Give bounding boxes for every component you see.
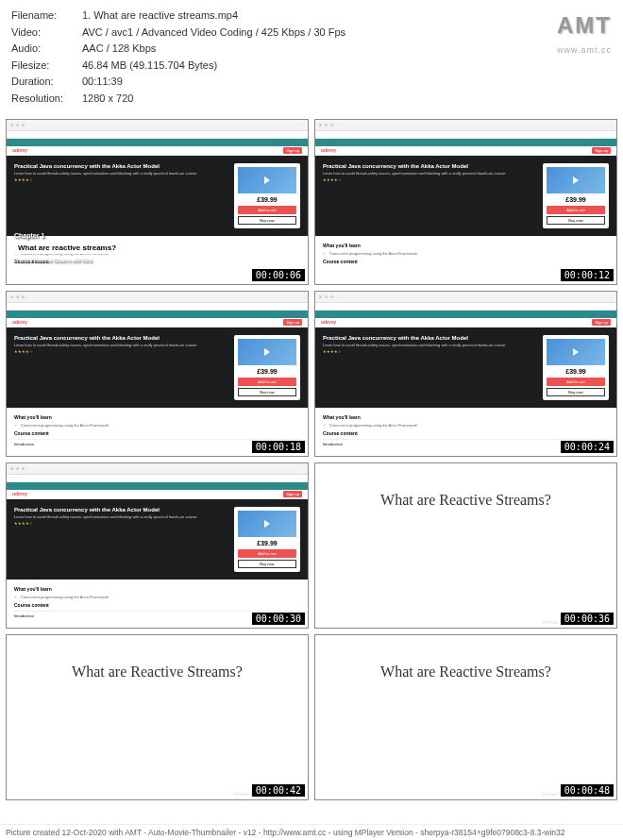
overlay-subtitle: Practical Reactive Streams with Akka: [14, 258, 93, 263]
preview-image: [238, 167, 296, 193]
label-audio: Audio:: [11, 41, 82, 58]
timestamp: 00:00:12: [561, 269, 614, 281]
url-bar: [7, 131, 308, 139]
amt-logo: AMT www.amt.cc: [557, 8, 612, 58]
timestamp: 00:00:30: [252, 613, 305, 625]
value-audio: AAC / 128 Kbps: [82, 41, 612, 58]
course-subtitle: Learn how to avoid thread-safety issues,…: [14, 171, 227, 176]
slide-title: What are Reactive Streams?: [380, 492, 551, 509]
thumbnail-4: udemySign up Practical Java concurrency …: [314, 291, 617, 457]
purchase-card: £39.99 Add to cart Buy now: [234, 163, 300, 228]
value-video: AVC / avc1 / Advanced Video Coding / 425…: [82, 25, 612, 42]
label-duration: Duration:: [11, 74, 82, 91]
timestamp: 00:00:24: [561, 441, 614, 453]
metadata-header: AMT www.amt.cc Filename:1. What are reac…: [0, 0, 623, 115]
thumbnail-grid: udemySign up Practical Java concurrency …: [0, 115, 623, 804]
value-resolution: 1280 x 720: [82, 91, 612, 108]
timestamp: 00:00:42: [252, 784, 305, 797]
footer-credits: Picture created 12-Oct-2020 with AMT - A…: [0, 824, 623, 840]
thumbnail-5: udemySign up Practical Java concurrency …: [6, 462, 309, 629]
promo-banner: [7, 139, 308, 146]
slide-content: What are Reactive Streams?: [315, 463, 616, 628]
label-filesize: Filesize:: [11, 58, 82, 75]
thumbnail-6: What are Reactive Streams? Virtual Pair …: [314, 462, 617, 629]
value-duration: 00:11:39: [82, 74, 612, 91]
overlay-chapter: Chapter 1: [14, 232, 44, 239]
udemy-logo: udemy: [12, 147, 27, 153]
thumbnail-1: udemySign up Practical Java concurrency …: [6, 119, 309, 285]
value-filesize: 46.84 MB (49.115.704 Bytes): [82, 58, 612, 75]
add-to-cart-button: Add to cart: [238, 206, 296, 214]
price: £39.99: [238, 196, 296, 203]
play-icon: [264, 176, 270, 184]
timestamp: 00:00:48: [561, 784, 614, 797]
rating-stars: ★★★★☆: [14, 177, 227, 182]
signup-button: Sign up: [283, 147, 302, 154]
label-video: Video:: [11, 25, 82, 42]
thumbnail-2: udemySign up Practical Java concurrency …: [314, 119, 617, 285]
label-resolution: Resolution:: [11, 91, 82, 108]
browser-chrome: [7, 120, 308, 131]
thumbnail-3: udemySign up Practical Java concurrency …: [6, 291, 309, 457]
thumbnail-8: What are Reactive Streams? Virtual Pair …: [314, 634, 617, 800]
course-hero: Practical Java concurrency with the Akka…: [7, 156, 308, 236]
label-filename: Filename:: [11, 8, 82, 25]
value-filename: 1. What are reactive streams.mp4: [82, 8, 612, 25]
amt-logo-text: AMT: [557, 8, 612, 43]
timestamp: 00:00:06: [252, 269, 305, 281]
amt-logo-url: www.amt.cc: [557, 43, 612, 57]
timestamp: 00:00:18: [252, 441, 305, 453]
course-title: Practical Java concurrency with the Akka…: [14, 163, 227, 169]
timestamp: 00:00:36: [561, 613, 614, 625]
thumbnail-7: What are Reactive Streams? Virtual Pair …: [6, 634, 309, 800]
overlay-title: What are reactive streams?: [14, 242, 120, 254]
site-topbar: udemySign up: [7, 146, 308, 156]
buy-now-button: Buy now: [238, 216, 296, 225]
